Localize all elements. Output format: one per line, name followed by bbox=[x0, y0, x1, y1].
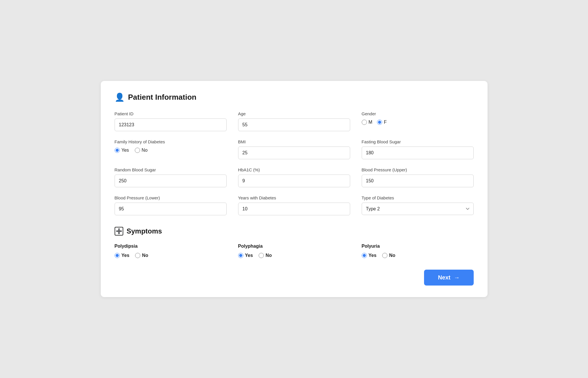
polyphagia-no-option[interactable]: No bbox=[259, 253, 272, 258]
family-history-yes-label: Yes bbox=[122, 148, 129, 153]
patient-id-input[interactable] bbox=[115, 118, 227, 131]
polydipsia-yes-label: Yes bbox=[122, 253, 130, 258]
polyuria-yes-radio[interactable] bbox=[362, 253, 367, 258]
polyuria-label: Polyuria bbox=[362, 244, 474, 249]
next-button-label: Next bbox=[438, 274, 450, 281]
family-history-yes-radio[interactable] bbox=[115, 148, 120, 153]
bp-lower-group: Blood Pressure (Lower) bbox=[115, 195, 227, 215]
years-diabetes-group: Years with Diabetes bbox=[238, 195, 350, 215]
type-diabetes-select[interactable]: Type 1 Type 2 Type 3 bbox=[362, 203, 474, 215]
polyphagia-yes-radio[interactable] bbox=[238, 253, 243, 258]
polyphagia-no-radio[interactable] bbox=[259, 253, 264, 258]
polyphagia-yes-option[interactable]: Yes bbox=[238, 253, 253, 258]
gender-f-label: F bbox=[384, 120, 387, 125]
patient-section-title: Patient Information bbox=[128, 93, 197, 102]
gender-m-radio[interactable] bbox=[362, 120, 367, 125]
family-history-radio-group: Yes No bbox=[115, 148, 227, 153]
family-history-no-radio[interactable] bbox=[135, 148, 140, 153]
polydipsia-radio-group: Yes No bbox=[115, 253, 227, 258]
polyuria-group: Polyuria Yes No bbox=[362, 244, 474, 258]
patient-section-header: 👤 Patient Information bbox=[115, 92, 474, 102]
polyuria-yes-option[interactable]: Yes bbox=[362, 253, 377, 258]
polyuria-no-label: No bbox=[389, 253, 395, 258]
family-history-label: Family History of Diabetes bbox=[115, 139, 227, 144]
family-history-no-label: No bbox=[142, 148, 148, 153]
polydipsia-yes-radio[interactable] bbox=[115, 253, 120, 258]
bmi-group: BMI bbox=[238, 139, 350, 159]
hba1c-group: HbA1C (%) bbox=[238, 167, 350, 187]
age-label: Age bbox=[238, 111, 350, 116]
main-card: 👤 Patient Information Patient ID Age Gen… bbox=[101, 81, 488, 297]
random-blood-sugar-label: Random Blood Sugar bbox=[115, 167, 227, 172]
patient-id-label: Patient ID bbox=[115, 111, 227, 116]
polydipsia-group: Polydipsia Yes No bbox=[115, 244, 227, 258]
type-diabetes-group: Type of Diabetes Type 1 Type 2 Type 3 bbox=[362, 195, 474, 215]
bp-upper-input[interactable] bbox=[362, 175, 474, 187]
gender-f-radio[interactable] bbox=[377, 120, 382, 125]
age-input[interactable] bbox=[238, 118, 350, 131]
polydipsia-no-label: No bbox=[142, 253, 148, 258]
polyuria-no-option[interactable]: No bbox=[382, 253, 395, 258]
polydipsia-no-radio[interactable] bbox=[135, 253, 140, 258]
polydipsia-yes-option[interactable]: Yes bbox=[115, 253, 130, 258]
polyphagia-yes-label: Yes bbox=[245, 253, 253, 258]
gender-radio-group: M F bbox=[362, 120, 474, 125]
hba1c-label: HbA1C (%) bbox=[238, 167, 350, 172]
fasting-blood-sugar-input[interactable] bbox=[362, 147, 474, 159]
next-arrow-icon: → bbox=[454, 274, 460, 281]
symptoms-section-header: ➕ Symptoms bbox=[115, 227, 474, 236]
patient-form-grid: Patient ID Age Gender M F Fa bbox=[115, 111, 474, 215]
gender-f-option[interactable]: F bbox=[377, 120, 387, 125]
bp-upper-label: Blood Pressure (Upper) bbox=[362, 167, 474, 172]
footer: Next → bbox=[115, 270, 474, 286]
fasting-blood-sugar-group: Fasting Blood Sugar bbox=[362, 139, 474, 159]
gender-m-label: M bbox=[369, 120, 372, 125]
hba1c-input[interactable] bbox=[238, 175, 350, 187]
gender-label: Gender bbox=[362, 111, 474, 116]
random-blood-sugar-group: Random Blood Sugar bbox=[115, 167, 227, 187]
random-blood-sugar-input[interactable] bbox=[115, 175, 227, 187]
fasting-blood-sugar-label: Fasting Blood Sugar bbox=[362, 139, 474, 144]
polyphagia-group: Polyphagia Yes No bbox=[238, 244, 350, 258]
family-history-group: Family History of Diabetes Yes No bbox=[115, 139, 227, 159]
bp-lower-label: Blood Pressure (Lower) bbox=[115, 195, 227, 200]
polyuria-yes-label: Yes bbox=[369, 253, 377, 258]
patient-id-group: Patient ID bbox=[115, 111, 227, 131]
age-group: Age bbox=[238, 111, 350, 131]
bp-lower-input[interactable] bbox=[115, 203, 227, 215]
years-diabetes-input[interactable] bbox=[238, 203, 350, 215]
family-history-yes-option[interactable]: Yes bbox=[115, 148, 129, 153]
polyuria-radio-group: Yes No bbox=[362, 253, 474, 258]
next-button[interactable]: Next → bbox=[424, 270, 473, 286]
years-diabetes-label: Years with Diabetes bbox=[238, 195, 350, 200]
polydipsia-label: Polydipsia bbox=[115, 244, 227, 249]
polydipsia-no-option[interactable]: No bbox=[135, 253, 148, 258]
bmi-input[interactable] bbox=[238, 147, 350, 159]
gender-group: Gender M F bbox=[362, 111, 474, 131]
symptoms-grid: Polydipsia Yes No Polyphagia Yes bbox=[115, 244, 474, 258]
person-icon: 👤 bbox=[115, 92, 125, 102]
gender-m-option[interactable]: M bbox=[362, 120, 372, 125]
symptoms-section-title: Symptoms bbox=[127, 227, 162, 235]
bp-upper-group: Blood Pressure (Upper) bbox=[362, 167, 474, 187]
type-diabetes-label: Type of Diabetes bbox=[362, 195, 474, 200]
family-history-no-option[interactable]: No bbox=[135, 148, 148, 153]
symptoms-icon: ➕ bbox=[115, 227, 123, 236]
polyphagia-no-label: No bbox=[266, 253, 272, 258]
polyphagia-label: Polyphagia bbox=[238, 244, 350, 249]
polyuria-no-radio[interactable] bbox=[382, 253, 387, 258]
polyphagia-radio-group: Yes No bbox=[238, 253, 350, 258]
bmi-label: BMI bbox=[238, 139, 350, 144]
